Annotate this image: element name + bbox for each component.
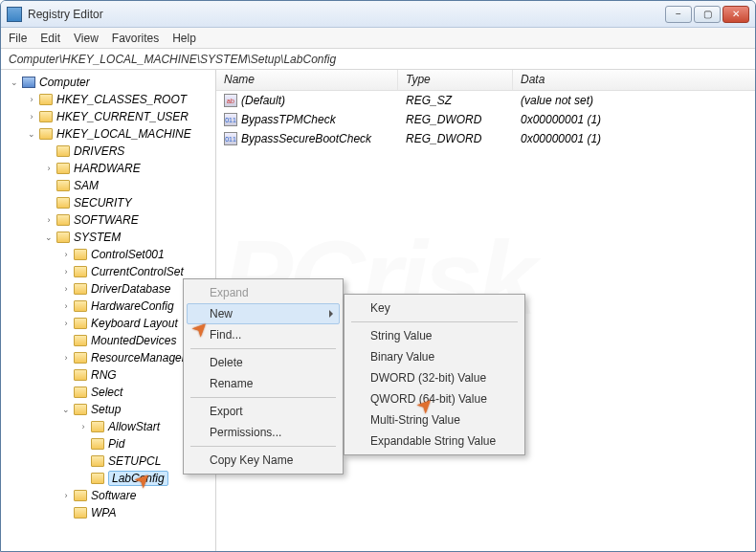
folder-icon	[74, 266, 87, 277]
ctx-copy-key-name[interactable]: Copy Key Name	[187, 450, 340, 471]
tree-hive[interactable]: ⌄HKEY_LOCAL_MACHINE	[1, 125, 215, 143]
menu-help[interactable]: Help	[172, 32, 196, 45]
string-value-icon: ab	[224, 94, 237, 107]
tree-key[interactable]: ⌄SYSTEM	[1, 229, 215, 246]
column-name[interactable]: Name	[216, 70, 398, 90]
column-data[interactable]: Data	[513, 70, 755, 90]
expander-closed-icon[interactable]: ›	[60, 490, 72, 501]
folder-icon	[74, 369, 87, 381]
folder-icon	[74, 283, 87, 295]
menu-favorites[interactable]: Favorites	[112, 32, 159, 45]
ctx-rename[interactable]: Rename	[187, 373, 340, 394]
tree-computer[interactable]: ⌄ Computer	[1, 74, 215, 91]
expander-closed-icon[interactable]: ›	[78, 421, 89, 432]
ctx-delete[interactable]: Delete	[187, 352, 340, 373]
folder-icon	[56, 214, 70, 226]
window-title: Registry Editor	[28, 8, 103, 21]
minimize-button[interactable]: −	[665, 6, 692, 23]
expander-closed-icon[interactable]: ›	[60, 352, 72, 364]
folder-icon	[74, 318, 87, 329]
ctx-new-expandstring[interactable]: Expandable String Value	[347, 431, 522, 452]
ctx-new-string[interactable]: String Value	[347, 325, 522, 346]
ctx-new[interactable]: New	[187, 303, 340, 324]
folder-icon	[91, 455, 104, 467]
folder-icon	[74, 249, 87, 260]
expander-closed-icon[interactable]: ›	[60, 318, 72, 329]
folder-icon	[56, 232, 70, 243]
ctx-expand: Expand	[187, 282, 340, 303]
tree-key[interactable]: ›SOFTWARE	[1, 211, 215, 229]
ctx-new-key[interactable]: Key	[347, 298, 522, 319]
folder-icon	[39, 111, 53, 122]
tree-key[interactable]: DRIVERS	[1, 143, 215, 160]
expander-closed-icon[interactable]: ›	[60, 266, 72, 277]
context-submenu-new: Key String Value Binary Value DWORD (32-…	[344, 294, 525, 455]
menu-file[interactable]: File	[9, 32, 27, 45]
folder-icon	[74, 404, 87, 415]
close-button[interactable]: ✕	[723, 6, 749, 23]
ctx-new-multistring[interactable]: Multi-String Value	[347, 409, 522, 431]
ctx-export[interactable]: Export	[187, 401, 340, 422]
app-icon	[7, 7, 22, 22]
folder-icon	[91, 438, 104, 450]
folder-icon	[74, 490, 87, 501]
tree-key[interactable]: SECURITY	[1, 194, 215, 211]
tree-key[interactable]: ›ControlSet001	[1, 246, 215, 263]
menu-edit[interactable]: Edit	[40, 32, 60, 45]
expander-closed-icon[interactable]: ›	[43, 214, 55, 226]
menu-separator	[190, 348, 336, 349]
ctx-new-dword[interactable]: DWORD (32-bit) Value	[347, 367, 522, 388]
folder-icon	[74, 335, 87, 346]
folder-icon	[56, 180, 70, 191]
dword-value-icon: 011	[224, 113, 237, 126]
expander-closed-icon[interactable]: ›	[60, 283, 72, 295]
ctx-permissions[interactable]: Permissions...	[187, 422, 340, 443]
menu-separator	[190, 446, 336, 447]
titlebar: Registry Editor − ▢ ✕	[1, 1, 755, 28]
folder-icon	[91, 473, 104, 484]
columns-header[interactable]: Name Type Data	[216, 70, 755, 91]
expander-open-icon[interactable]: ⌄	[43, 232, 55, 243]
folder-icon	[56, 145, 70, 157]
tree-key[interactable]: ›HARDWARE	[1, 160, 215, 177]
maximize-button[interactable]: ▢	[694, 6, 721, 23]
context-menu: Expand New Find... Delete Rename Export …	[183, 278, 344, 475]
expander-closed-icon[interactable]: ›	[60, 300, 72, 312]
folder-icon	[56, 197, 70, 209]
expander-closed-icon[interactable]: ›	[26, 94, 37, 105]
folder-icon	[74, 507, 87, 519]
computer-icon	[22, 77, 35, 88]
ctx-new-binary[interactable]: Binary Value	[347, 346, 522, 367]
folder-icon	[74, 300, 87, 312]
tree-hive[interactable]: ›HKEY_CLASSES_ROOT	[1, 91, 215, 108]
folder-icon	[74, 352, 87, 364]
menubar: File Edit View Favorites Help	[1, 28, 755, 49]
column-type[interactable]: Type	[398, 70, 513, 90]
tree-hive[interactable]: ›HKEY_CURRENT_USER	[1, 108, 215, 125]
expander-open-icon[interactable]: ⌄	[60, 404, 72, 415]
value-row[interactable]: ab(Default) REG_SZ (value not set)	[216, 91, 755, 110]
value-row[interactable]: 011BypassSecureBootCheck REG_DWORD 0x000…	[216, 129, 755, 148]
address-bar[interactable]: Computer\HKEY_LOCAL_MACHINE\SYSTEM\Setup…	[1, 49, 755, 70]
tree-key[interactable]: SAM	[1, 177, 215, 194]
value-row[interactable]: 011BypassTPMCheck REG_DWORD 0x00000001 (…	[216, 110, 755, 129]
expander-closed-icon[interactable]: ›	[60, 249, 72, 260]
dword-value-icon: 011	[224, 132, 237, 145]
expander-closed-icon[interactable]: ›	[43, 163, 55, 174]
submenu-arrow-icon	[329, 310, 333, 318]
menu-separator	[351, 321, 518, 322]
menu-view[interactable]: View	[74, 32, 99, 45]
folder-icon	[91, 421, 104, 432]
expander-open-icon[interactable]: ⌄	[9, 77, 20, 88]
menu-separator	[190, 397, 336, 398]
folder-icon	[74, 386, 87, 398]
expander-closed-icon[interactable]: ›	[26, 111, 37, 122]
tree-key[interactable]: WPA	[1, 504, 215, 521]
tree-key[interactable]: ›Software	[1, 487, 215, 504]
expander-open-icon[interactable]: ⌄	[26, 128, 37, 140]
folder-icon	[39, 128, 53, 140]
folder-icon	[39, 94, 53, 105]
folder-icon	[56, 163, 70, 174]
